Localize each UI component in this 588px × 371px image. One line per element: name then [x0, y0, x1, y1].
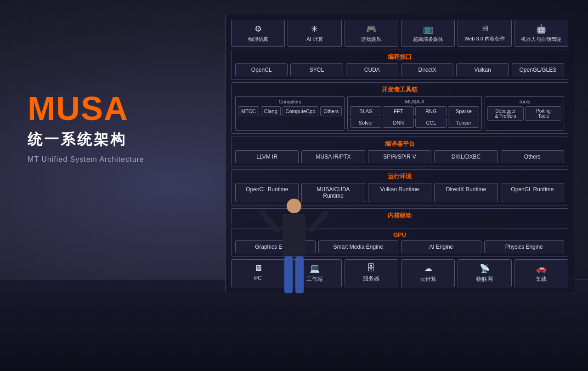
tools-block: Tools Debugger & Profilers Porting Tools [485, 96, 564, 131]
gpu-smart-media: Smart Media Engine [318, 240, 399, 253]
prog-interface-label: 编程接口 [235, 53, 564, 61]
musa-title: MUSA [28, 92, 188, 125]
gpu-ai: AI Engine [401, 240, 481, 253]
musa-x-grid: BLAS FFT RNG Sparse Solver DNN CCL Tenso… [350, 106, 479, 128]
mx-tensor: Tensor [448, 118, 479, 128]
item-directx: DirectX [401, 63, 453, 76]
mx-blas: BLAS [350, 106, 381, 116]
hw-cloud: ☁ 云计算 [401, 259, 455, 287]
programming-interface-section: 编程接口 OpenCL SYCL CUDA DirectX Vulkan Ope… [231, 50, 568, 80]
developer-tools-section: 开发者工具链 Compilers MTCC Clang ComputeCpp O… [231, 82, 568, 134]
use-case-physics: ⚙ 物理仿真 [231, 20, 285, 47]
rt-directx: DirectX Runtime [434, 183, 498, 202]
left-panel: MUSA 统一系统架构 MT Unified System Architectu… [28, 92, 188, 164]
item-sycl: SYCL [290, 63, 343, 76]
subtitle-en: MT Unified System Architecture [28, 155, 188, 164]
compiler-clang: Clang [261, 106, 281, 116]
cp-others: Others [501, 150, 564, 163]
cp-spir: SPIR/SPIR-V [368, 150, 431, 163]
mx-solver: Solver [350, 118, 381, 128]
tools-inner: Debugger & Profilers Porting Tools [487, 106, 561, 121]
hw-iot: 📡 物联网 [458, 259, 511, 287]
item-cuda: CUDA [346, 63, 398, 76]
item-opengl: OpenGL/GLES [512, 63, 564, 76]
compiler-platform-label: 编译器平台 [235, 140, 564, 148]
body [283, 214, 305, 256]
mx-fft: FFT [383, 106, 414, 116]
compiler-others: Others [320, 106, 342, 116]
cp-dxil: DXIL/DXBC [434, 150, 498, 163]
compilers-block: Compilers MTCC Clang ComputeCpp Others [235, 96, 345, 131]
hw-vehicle: 🚗 车载 [514, 259, 568, 287]
use-case-ai: ✳ AI 计算 [288, 20, 341, 47]
item-opencl: OpenCL [235, 63, 288, 76]
musa-x-label: MUSA-X [350, 99, 479, 104]
mx-dnn: DNN [383, 118, 414, 128]
dev-tools-label: 开发者工具链 [235, 86, 564, 94]
use-case-robot: 🤖 机器人与自动驾驶 [514, 20, 568, 47]
compiler-platform-items: LLVM IR MUSA IR/PTX SPIR/SPIR-V DXIL/DXB… [235, 150, 564, 163]
musa-x-block: MUSA-X BLAS FFT RNG Sparse Solver DNN CC… [347, 96, 482, 131]
compiler-mtcc: MTCC [238, 106, 259, 116]
legs [284, 257, 304, 293]
tool-debugger: Debugger & Profilers [487, 106, 523, 121]
use-case-gaming: 🎮 游戏娱乐 [345, 20, 398, 47]
compiler-platform-section: 编译器平台 LLVM IR MUSA IR/PTX SPIR/SPIR-V DX… [231, 137, 568, 166]
use-case-media: 📺 超高清多媒体 [401, 20, 455, 47]
mx-rng: RNG [415, 106, 447, 116]
prog-interface-items: OpenCL SYCL CUDA DirectX Vulkan OpenGL/G… [235, 63, 564, 76]
use-cases-row: ⚙ 物理仿真 ✳ AI 计算 🎮 游戏娱乐 📺 超高清多媒体 🖥 Web 3.0… [231, 20, 568, 47]
compilers-label: Compilers [238, 99, 342, 104]
dev-tools-inner: Compilers MTCC Clang ComputeCpp Others M… [235, 96, 564, 131]
tool-porting: Porting Tools [526, 106, 561, 121]
mx-ccl: CCL [415, 118, 447, 128]
presenter-silhouette [271, 199, 317, 327]
compiler-computecpp: ComputeCpp [283, 106, 319, 116]
use-case-web3: 🖥 Web 3.0 内容创作 [458, 20, 511, 47]
subtitle-cn: 统一系统架构 [28, 130, 188, 150]
gpu-physics: Physics Engine [484, 240, 565, 253]
mx-sparse: Sparse [448, 106, 479, 116]
rt-opengl: OpenGL Runtime [501, 183, 564, 202]
tools-label: Tools [487, 99, 561, 104]
cp-llvm: LLVM IR [235, 150, 299, 163]
item-vulkan: Vulkan [456, 63, 509, 76]
cp-musa-ir: MUSA IR/PTX [301, 150, 365, 163]
compilers-items: MTCC Clang ComputeCpp Others [238, 106, 342, 116]
rt-vulkan: Vulkan Runtime [368, 183, 431, 202]
hw-server: 🗄 服务器 [345, 259, 398, 287]
runtime-label: 运行环境 [235, 172, 564, 181]
head [287, 199, 301, 213]
